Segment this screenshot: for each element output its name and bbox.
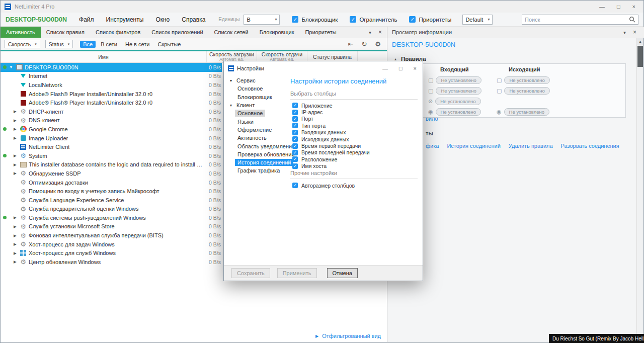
settings-tree-item-4[interactable]: Основное	[228, 109, 292, 117]
not-set-pill[interactable]: Не установлено	[504, 87, 549, 95]
maximize-button[interactable]: □	[399, 65, 403, 71]
expand-arrow-slot[interactable]: ▼	[8, 65, 15, 69]
expand-arrow-slot[interactable]: ▶	[12, 224, 19, 229]
toggle-2[interactable]: ✓Приоритеты	[409, 16, 451, 23]
gear-icon	[20, 117, 27, 124]
media-notification[interactable]: Du Riechst So Gut (Remix By Jacob Hell..…	[549, 334, 644, 343]
tab-6[interactable]: Приоритеты	[299, 27, 342, 38]
link-fragment[interactable]: фика	[426, 143, 439, 149]
checkbox-option-2[interactable]: ✓Порт	[292, 116, 370, 122]
tab-0[interactable]: Активность	[1, 27, 41, 38]
filter-chip-3[interactable]: Скрытые	[154, 41, 184, 48]
not-set-pill[interactable]: Не установлено	[436, 87, 481, 95]
toggle-0[interactable]: ✓Блокировщик	[292, 16, 338, 23]
settings-tree-item-6[interactable]: Оформление	[228, 126, 292, 134]
close-view-icon[interactable]: ×	[633, 29, 636, 36]
menu-item-3[interactable]: Справка	[182, 16, 205, 23]
expand-arrow-slot[interactable]: ▶	[12, 171, 19, 176]
search-input[interactable]	[525, 17, 629, 23]
expand-arrow-slot[interactable]: ▶	[12, 109, 19, 114]
incoming-rule-cell: ▢Не установлено	[428, 85, 481, 96]
info-link-1[interactable]: Удалить правила	[509, 143, 553, 149]
profile-select[interactable]: Default ▾	[462, 15, 493, 25]
settings-tree-item-9[interactable]: Проверка обновлений	[228, 150, 292, 158]
checkbox-option-3[interactable]: ✓Тип порта	[292, 122, 370, 129]
tab-2[interactable]: Список фильтров	[90, 27, 146, 38]
menu-item-0[interactable]: Файл	[79, 16, 94, 23]
app-name: Хост-процесс для задач Windows	[29, 241, 115, 247]
tab-3[interactable]: Список приложений	[146, 27, 208, 38]
expand-arrow-slot[interactable]: ▶	[12, 136, 19, 140]
tab-5[interactable]: Блокировщик	[254, 27, 300, 38]
expand-arrow-slot[interactable]: ▶	[12, 162, 19, 167]
chevron-down-icon[interactable]: ▾	[623, 30, 626, 35]
checkbox-option-6[interactable]: ✓Время первой передачи	[292, 142, 370, 149]
chevron-down-icon[interactable]: ▾	[369, 30, 371, 35]
menu-item-2[interactable]: Окно	[155, 16, 170, 23]
not-set-pill[interactable]: Не установлено	[435, 98, 480, 105]
filter-chip-0[interactable]: Все	[80, 41, 96, 48]
scrollbar[interactable]: ▴ ▾	[636, 38, 643, 342]
dialog-button-2[interactable]: Отмена	[327, 268, 358, 278]
expand-arrow-slot[interactable]: ▶	[12, 215, 19, 220]
expand-arrow-slot[interactable]: ▶	[12, 118, 19, 123]
settings-tree-item-5[interactable]: Языки	[228, 117, 292, 125]
checkbox-option-7[interactable]: ✓Время последней передачи	[292, 149, 370, 156]
minimize-button[interactable]: —	[382, 65, 388, 71]
info-panel-title: Просмотр информации	[392, 29, 452, 35]
checkbox-option-5[interactable]: ✓Исходящих данных	[292, 136, 370, 142]
filter-chip-1[interactable]: В сети	[98, 41, 120, 48]
close-button[interactable]: ×	[632, 4, 635, 10]
info-link-2[interactable]: Разорвать соединения	[561, 143, 619, 149]
settings-tree-item-11[interactable]: График трафика	[228, 166, 292, 175]
expand-arrow-slot[interactable]: ▶	[12, 242, 19, 246]
settings-tree-item-10[interactable]: История соединений	[228, 158, 292, 166]
settings-tree-item-8[interactable]: Область уведомлений	[228, 142, 292, 150]
checkbox-option-0[interactable]: ✓Приложение	[292, 102, 370, 109]
expand-arrow-slot[interactable]: ▶	[12, 127, 19, 131]
expand-arrow-slot[interactable]: ▶	[12, 233, 19, 238]
column-name[interactable]: Имя	[1, 51, 207, 62]
menu-item-1[interactable]: Инструменты	[106, 16, 144, 23]
speed-dropdown-button[interactable]: Скорость ▾	[5, 40, 40, 48]
close-view-icon[interactable]: ×	[378, 29, 382, 36]
close-button[interactable]: ×	[414, 65, 417, 71]
dialog-button-0[interactable]: Сохранить	[231, 268, 270, 278]
not-set-pill[interactable]: Не установлено	[436, 108, 481, 116]
expand-arrow-slot[interactable]: ▶	[12, 251, 19, 255]
toggle-1[interactable]: ✓Ограничитель	[350, 16, 397, 23]
settings-tree-item-7[interactable]: Активность	[228, 134, 292, 142]
refresh-icon[interactable]: ↻	[361, 40, 367, 48]
tab-1[interactable]: Список правил	[41, 27, 90, 38]
scroll-up-icon[interactable]: ▴	[637, 38, 643, 45]
info-link-0[interactable]: История соединений	[447, 143, 500, 149]
status-dropdown-button[interactable]: Status ▾	[45, 40, 73, 48]
not-set-pill[interactable]: Не установлено	[504, 76, 549, 84]
checkbox-option-9[interactable]: ✓Имя хоста	[292, 163, 370, 169]
maximize-button[interactable]: □	[617, 4, 620, 10]
settings-tree-item-2[interactable]: Блокировщик	[228, 93, 292, 101]
scrollbar-thumb[interactable]	[637, 46, 643, 67]
expand-arrow-icon: ▶	[14, 260, 17, 264]
expand-arrow-slot[interactable]: ▶	[12, 260, 19, 264]
minimize-button[interactable]: —	[599, 4, 605, 10]
units-select[interactable]: B ▾	[244, 15, 280, 25]
expand-arrow-slot[interactable]: ▶	[12, 153, 19, 158]
dialog-button-1[interactable]: Применить	[277, 268, 317, 278]
filter-chip-2[interactable]: Не в сети	[122, 41, 152, 48]
checkbox-option-1[interactable]: ✓IP-адрес	[292, 109, 370, 115]
status-dropdown-label: Status	[49, 41, 64, 47]
dock-icon[interactable]: ⇤	[348, 40, 354, 48]
settings-tree-item-0[interactable]: ▾Сервис	[228, 76, 292, 84]
settings-tree-item-3[interactable]: ▾Клиент	[228, 101, 292, 109]
checkbox-option-8[interactable]: ✓Расположение	[292, 156, 370, 162]
checkbox-option-0[interactable]: ✓Авторазмер столбцов	[292, 182, 355, 189]
gear-icon[interactable]: ⚙	[375, 40, 381, 48]
settings-tree-item-1[interactable]: Основное	[228, 84, 292, 93]
not-set-pill[interactable]: Не установлено	[436, 76, 481, 84]
filtered-view-link[interactable]: ▶ Отфильтрованный вид	[315, 333, 381, 339]
add-rule-link-fragment[interactable]: вило	[426, 116, 438, 122]
tab-4[interactable]: Список сетей	[209, 27, 254, 38]
checkbox-option-4[interactable]: ✓Входящих данных	[292, 129, 370, 136]
not-set-pill[interactable]: Не установлено	[504, 108, 549, 116]
